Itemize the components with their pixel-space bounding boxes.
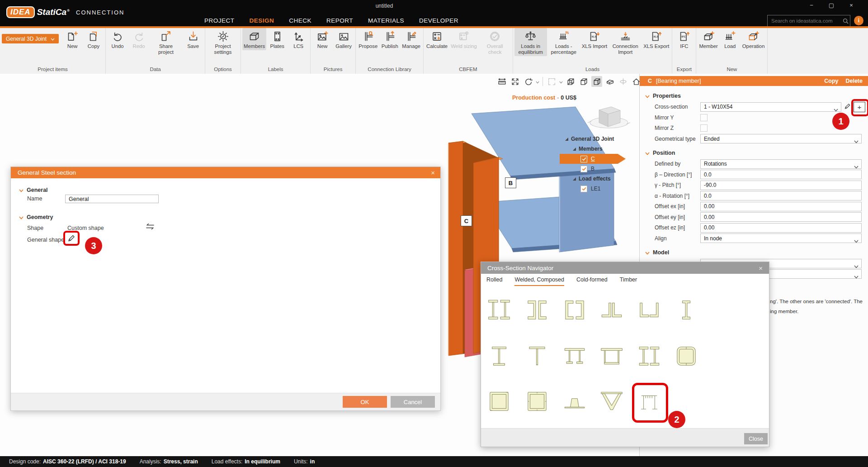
section-header-model[interactable]: Model: [640, 248, 868, 257]
tab-design[interactable]: DESIGN: [250, 17, 274, 24]
expander-icon[interactable]: [573, 148, 576, 151]
direction-field[interactable]: 0.0: [700, 170, 862, 179]
cross-section-dropdown[interactable]: 1 - W10X54: [700, 102, 841, 112]
tab-materials[interactable]: MATERIALS: [368, 17, 404, 24]
measure-button[interactable]: [496, 76, 507, 87]
cross-section-welded-I[interactable]: [484, 341, 514, 372]
wireframe-cube-button[interactable]: [565, 76, 576, 87]
zoom-extents-button[interactable]: [509, 76, 520, 87]
tree-item-members[interactable]: Members: [564, 144, 640, 154]
ribbon-button-share-project[interactable]: Share project: [150, 28, 182, 56]
solid-cube-button[interactable]: [591, 76, 602, 87]
tab-report[interactable]: REPORT: [326, 17, 353, 24]
ribbon-button-connection-import[interactable]: Connection Import: [609, 28, 642, 56]
close-button[interactable]: ×: [847, 2, 855, 9]
ribbon-button-manage[interactable]: Manage: [401, 28, 422, 50]
info-icon[interactable]: i: [854, 16, 863, 25]
navigator-close-icon[interactable]: ×: [759, 264, 763, 272]
tree-checkbox[interactable]: [580, 166, 587, 172]
cross-section-welded-T[interactable]: [522, 341, 552, 372]
tree-item-b[interactable]: B: [564, 164, 640, 174]
tab-project[interactable]: PROJECT: [204, 17, 235, 24]
cross-section-welded-box-open[interactable]: [597, 341, 627, 372]
ribbon-button-plates[interactable]: Plates: [267, 28, 288, 50]
general-section-header[interactable]: General: [19, 186, 48, 194]
navigator-tab-cold-formed[interactable]: Cold-formed: [576, 276, 608, 286]
clip-view-button[interactable]: [604, 76, 615, 87]
project-item-dropdown[interactable]: General 3D Joint: [2, 34, 59, 43]
cross-section-box-two-L[interactable]: [484, 386, 514, 417]
cross-section-hat-section[interactable]: [560, 386, 590, 417]
swap-shape-icon[interactable]: [145, 223, 155, 232]
navigator-tab-rolled[interactable]: Rolled: [486, 276, 502, 286]
ribbon-button-ifc[interactable]: IFCIFC: [674, 28, 694, 50]
navigator-tab-welded-composed[interactable]: Welded, Composed: [514, 276, 564, 286]
align-dropdown[interactable]: In node: [700, 234, 862, 243]
ribbon-button-save[interactable]: Save: [183, 28, 203, 50]
copy-member-button[interactable]: Copy: [824, 78, 838, 84]
ribbon-button-lcs[interactable]: LCS: [288, 28, 309, 50]
expander-icon[interactable]: [565, 138, 568, 141]
cross-section-welded-double-I[interactable]: [484, 295, 514, 325]
tab-check[interactable]: CHECK: [289, 17, 311, 24]
chevron-down-icon[interactable]: [559, 77, 563, 86]
cross-section-top-flange-double-web[interactable]: [560, 341, 590, 372]
ribbon-button-members[interactable]: Members: [242, 28, 266, 50]
tree-item-c[interactable]: C: [564, 154, 640, 164]
navigator-tab-timber[interactable]: Timber: [620, 276, 637, 286]
ribbon-button-operation[interactable]: Operation: [741, 28, 766, 50]
tree-checkbox[interactable]: [580, 186, 587, 192]
close-navigator-button[interactable]: Close: [744, 433, 768, 444]
ribbon-button-project-settings[interactable]: Project settings: [207, 28, 239, 56]
edit-cross-section-icon[interactable]: [844, 102, 851, 112]
ribbon-button-xls-import[interactable]: XLSXLS Import: [580, 28, 609, 50]
rotation-field[interactable]: 0.0: [700, 191, 862, 200]
ribbon-button-new[interactable]: New: [62, 28, 83, 50]
geometry-section-header[interactable]: Geometry: [19, 213, 53, 221]
delete-member-button[interactable]: Delete: [845, 78, 863, 84]
ribbon-button-undo[interactable]: Undo: [107, 28, 128, 50]
cross-section-double-I-closed[interactable]: [634, 341, 664, 372]
offset-ez-in-field[interactable]: 0.00: [700, 223, 862, 233]
ribbon-button-calculate[interactable]: Calculate: [425, 28, 449, 50]
ok-button[interactable]: OK: [343, 396, 387, 408]
section-header-properties[interactable]: Properties: [640, 91, 868, 100]
tab-developer[interactable]: DEVELOPER: [419, 17, 458, 24]
minimize-button[interactable]: −: [807, 2, 816, 9]
tree-item-load-effects[interactable]: Load effects: [564, 174, 640, 184]
cross-section-double-channel-back-to-back[interactable]: [522, 295, 552, 325]
ribbon-button-gallery[interactable]: Gallery: [333, 28, 354, 50]
search-icon[interactable]: [843, 18, 849, 24]
ribbon-button-member[interactable]: Member: [698, 28, 719, 50]
ribbon-button-publish[interactable]: Publish: [379, 28, 400, 50]
tree-item-general-3d-joint[interactable]: General 3D Joint: [564, 134, 640, 144]
cross-section-box-rounded-channels[interactable]: [671, 341, 701, 372]
pitch-field[interactable]: -90.0: [700, 181, 862, 190]
tree-item-le1[interactable]: LE1: [564, 184, 640, 194]
offset-ey-in-field[interactable]: 0.00: [700, 212, 862, 222]
defined-by-dropdown[interactable]: Rotations: [700, 159, 862, 169]
cross-section-box-four-plates[interactable]: [522, 386, 552, 417]
geometrical-type-dropdown[interactable]: Ended: [700, 134, 862, 143]
search-input[interactable]: [768, 18, 843, 24]
chevron-down-icon[interactable]: [536, 77, 539, 86]
cross-section-v-section[interactable]: [597, 386, 627, 417]
ribbon-button-loads-percentage[interactable]: %Loads - percentage: [547, 28, 580, 56]
cross-section-double-channel-facing[interactable]: [560, 295, 590, 325]
ribbon-button-loads-in-equilibrium[interactable]: Loads in equilibrium: [514, 28, 547, 56]
ribbon-button-copy[interactable]: Copy: [83, 28, 104, 50]
dialog-close-icon[interactable]: ×: [431, 169, 435, 176]
cross-section-double-angle-facing[interactable]: [634, 295, 664, 325]
offset-ex-in-field[interactable]: 0.00: [700, 202, 862, 211]
name-field[interactable]: General: [65, 195, 159, 203]
cross-section-double-angle-tee[interactable]: [597, 295, 627, 325]
expander-icon[interactable]: [573, 177, 576, 181]
ribbon-button-new[interactable]: New: [312, 28, 333, 50]
shaded-cube-button[interactable]: [578, 76, 589, 87]
maximize-button[interactable]: ▢: [827, 2, 835, 9]
mirror-z-checkbox[interactable]: [700, 124, 708, 132]
section-header-position[interactable]: Position: [640, 148, 868, 157]
mirror-y-checkbox[interactable]: [700, 114, 708, 121]
ribbon-button-propose[interactable]: Propose: [357, 28, 379, 50]
ribbon-button-load[interactable]: Load: [720, 28, 741, 50]
